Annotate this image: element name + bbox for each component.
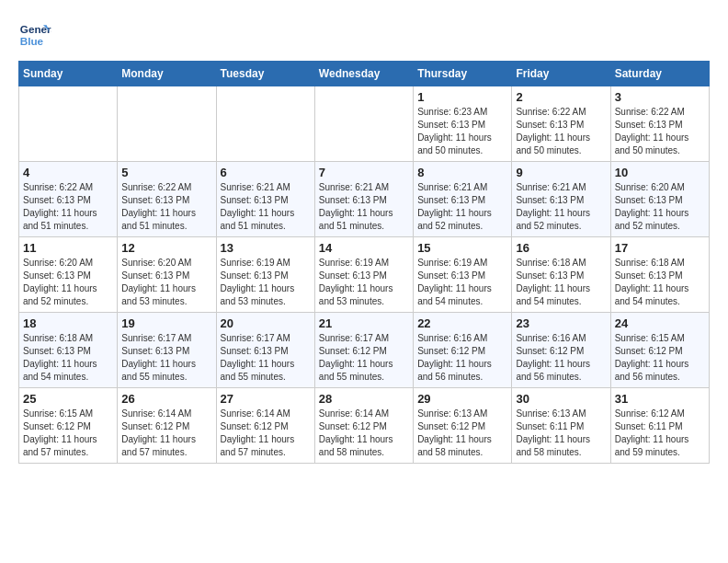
day-number: 24 [615, 316, 705, 330]
logo-icon: General Blue [18, 18, 51, 52]
calendar-cell: 13Sunrise: 6:19 AM Sunset: 6:13 PM Dayli… [216, 237, 314, 313]
calendar-cell: 5Sunrise: 6:22 AM Sunset: 6:13 PM Daylig… [118, 162, 216, 237]
day-of-week-friday: Friday [512, 62, 610, 86]
day-number: 27 [221, 392, 311, 406]
day-of-week-sunday: Sunday [19, 62, 118, 86]
day-info: Sunrise: 6:22 AM Sunset: 6:13 PM Dayligh… [516, 106, 606, 157]
day-number: 12 [121, 241, 211, 255]
calendar-cell: 4Sunrise: 6:22 AM Sunset: 6:13 PM Daylig… [19, 162, 118, 237]
calendar-cell: 3Sunrise: 6:22 AM Sunset: 6:13 PM Daylig… [610, 86, 709, 162]
day-number: 13 [221, 241, 311, 255]
day-number: 6 [221, 166, 311, 179]
day-info: Sunrise: 6:17 AM Sunset: 6:12 PM Dayligh… [319, 332, 409, 384]
day-number: 8 [417, 166, 507, 179]
calendar-cell: 9Sunrise: 6:21 AM Sunset: 6:13 PM Daylig… [512, 162, 610, 237]
day-number: 11 [23, 241, 113, 255]
calendar-cell: 20Sunrise: 6:17 AM Sunset: 6:13 PM Dayli… [216, 313, 314, 388]
calendar-cell: 27Sunrise: 6:14 AM Sunset: 6:12 PM Dayli… [216, 388, 314, 464]
calendar-week-2: 4Sunrise: 6:22 AM Sunset: 6:13 PM Daylig… [19, 162, 710, 237]
calendar-cell: 28Sunrise: 6:14 AM Sunset: 6:12 PM Dayli… [314, 388, 413, 464]
calendar-cell: 1Sunrise: 6:23 AM Sunset: 6:13 PM Daylig… [414, 86, 512, 162]
day-number: 16 [516, 241, 606, 255]
calendar-cell: 29Sunrise: 6:13 AM Sunset: 6:12 PM Dayli… [414, 388, 512, 464]
day-info: Sunrise: 6:20 AM Sunset: 6:13 PM Dayligh… [121, 257, 211, 308]
calendar-cell: 18Sunrise: 6:18 AM Sunset: 6:13 PM Dayli… [19, 313, 118, 388]
day-number: 19 [121, 316, 211, 330]
day-info: Sunrise: 6:15 AM Sunset: 6:12 PM Dayligh… [615, 332, 705, 384]
calendar-cell: 21Sunrise: 6:17 AM Sunset: 6:12 PM Dayli… [314, 313, 413, 388]
day-info: Sunrise: 6:21 AM Sunset: 6:13 PM Dayligh… [221, 181, 311, 233]
day-info: Sunrise: 6:18 AM Sunset: 6:13 PM Dayligh… [23, 332, 113, 384]
calendar-cell: 19Sunrise: 6:17 AM Sunset: 6:13 PM Dayli… [118, 313, 216, 388]
day-number: 20 [221, 316, 311, 330]
day-info: Sunrise: 6:17 AM Sunset: 6:13 PM Dayligh… [121, 332, 211, 384]
calendar-week-3: 11Sunrise: 6:20 AM Sunset: 6:13 PM Dayli… [19, 237, 710, 313]
calendar-cell [314, 86, 413, 162]
day-of-week-thursday: Thursday [414, 62, 512, 86]
day-number: 31 [615, 392, 705, 406]
calendar-cell: 22Sunrise: 6:16 AM Sunset: 6:12 PM Dayli… [414, 313, 512, 388]
calendar-cell: 11Sunrise: 6:20 AM Sunset: 6:13 PM Dayli… [19, 237, 118, 313]
calendar-cell [118, 86, 216, 162]
day-info: Sunrise: 6:22 AM Sunset: 6:13 PM Dayligh… [121, 181, 211, 233]
day-number: 5 [121, 166, 211, 179]
day-info: Sunrise: 6:17 AM Sunset: 6:13 PM Dayligh… [221, 332, 311, 384]
day-number: 28 [319, 392, 409, 406]
calendar-cell: 24Sunrise: 6:15 AM Sunset: 6:12 PM Dayli… [610, 313, 709, 388]
day-info: Sunrise: 6:16 AM Sunset: 6:12 PM Dayligh… [417, 332, 507, 384]
calendar-cell: 10Sunrise: 6:20 AM Sunset: 6:13 PM Dayli… [610, 162, 709, 237]
day-number: 18 [23, 316, 113, 330]
day-info: Sunrise: 6:14 AM Sunset: 6:12 PM Dayligh… [319, 408, 409, 459]
day-number: 23 [516, 316, 606, 330]
calendar-cell: 7Sunrise: 6:21 AM Sunset: 6:13 PM Daylig… [314, 162, 413, 237]
day-number: 4 [23, 166, 113, 179]
day-info: Sunrise: 6:18 AM Sunset: 6:13 PM Dayligh… [615, 257, 705, 308]
day-number: 7 [319, 166, 409, 179]
day-info: Sunrise: 6:19 AM Sunset: 6:13 PM Dayligh… [417, 257, 507, 308]
day-info: Sunrise: 6:18 AM Sunset: 6:13 PM Dayligh… [516, 257, 606, 308]
day-number: 9 [516, 166, 606, 179]
calendar-cell: 15Sunrise: 6:19 AM Sunset: 6:13 PM Dayli… [414, 237, 512, 313]
svg-text:Blue: Blue [20, 35, 44, 47]
day-info: Sunrise: 6:16 AM Sunset: 6:12 PM Dayligh… [516, 332, 606, 384]
day-info: Sunrise: 6:15 AM Sunset: 6:12 PM Dayligh… [23, 408, 113, 459]
calendar-cell: 12Sunrise: 6:20 AM Sunset: 6:13 PM Dayli… [118, 237, 216, 313]
day-info: Sunrise: 6:21 AM Sunset: 6:13 PM Dayligh… [319, 181, 409, 233]
day-number: 26 [121, 392, 211, 406]
calendar-week-1: 1Sunrise: 6:23 AM Sunset: 6:13 PM Daylig… [19, 86, 710, 162]
day-info: Sunrise: 6:21 AM Sunset: 6:13 PM Dayligh… [417, 181, 507, 233]
day-number: 15 [417, 241, 507, 255]
day-info: Sunrise: 6:19 AM Sunset: 6:13 PM Dayligh… [319, 257, 409, 308]
day-of-week-monday: Monday [118, 62, 216, 86]
logo: General Blue [18, 18, 57, 52]
day-number: 30 [516, 392, 606, 406]
calendar-cell: 25Sunrise: 6:15 AM Sunset: 6:12 PM Dayli… [19, 388, 118, 464]
calendar-cell: 17Sunrise: 6:18 AM Sunset: 6:13 PM Dayli… [610, 237, 709, 313]
day-info: Sunrise: 6:22 AM Sunset: 6:13 PM Dayligh… [615, 106, 705, 157]
day-number: 10 [615, 166, 705, 179]
calendar-cell: 16Sunrise: 6:18 AM Sunset: 6:13 PM Dayli… [512, 237, 610, 313]
calendar-cell: 14Sunrise: 6:19 AM Sunset: 6:13 PM Dayli… [314, 237, 413, 313]
day-info: Sunrise: 6:22 AM Sunset: 6:13 PM Dayligh… [23, 181, 113, 233]
header: General Blue [18, 18, 710, 52]
calendar-cell: 6Sunrise: 6:21 AM Sunset: 6:13 PM Daylig… [216, 162, 314, 237]
day-info: Sunrise: 6:20 AM Sunset: 6:13 PM Dayligh… [615, 181, 705, 233]
day-number: 21 [319, 316, 409, 330]
calendar-week-4: 18Sunrise: 6:18 AM Sunset: 6:13 PM Dayli… [19, 313, 710, 388]
day-info: Sunrise: 6:21 AM Sunset: 6:13 PM Dayligh… [516, 181, 606, 233]
day-of-week-wednesday: Wednesday [314, 62, 413, 86]
day-of-week-tuesday: Tuesday [216, 62, 314, 86]
day-number: 3 [615, 90, 705, 104]
day-number: 2 [516, 90, 606, 104]
day-info: Sunrise: 6:13 AM Sunset: 6:11 PM Dayligh… [516, 408, 606, 459]
calendar-table: SundayMondayTuesdayWednesdayThursdayFrid… [18, 61, 710, 464]
calendar-cell: 8Sunrise: 6:21 AM Sunset: 6:13 PM Daylig… [414, 162, 512, 237]
day-info: Sunrise: 6:20 AM Sunset: 6:13 PM Dayligh… [23, 257, 113, 308]
day-number: 1 [417, 90, 507, 104]
day-info: Sunrise: 6:14 AM Sunset: 6:12 PM Dayligh… [221, 408, 311, 459]
day-info: Sunrise: 6:19 AM Sunset: 6:13 PM Dayligh… [221, 257, 311, 308]
calendar-cell [19, 86, 118, 162]
day-info: Sunrise: 6:14 AM Sunset: 6:12 PM Dayligh… [121, 408, 211, 459]
svg-text:General: General [20, 23, 51, 35]
day-number: 29 [417, 392, 507, 406]
